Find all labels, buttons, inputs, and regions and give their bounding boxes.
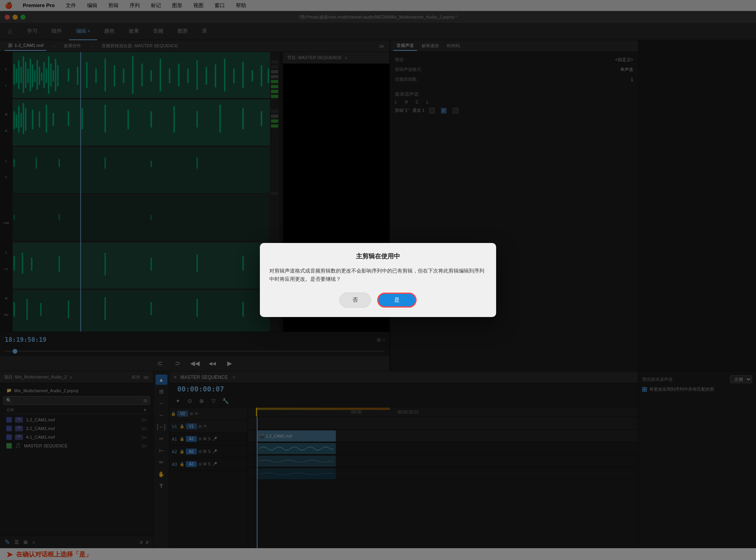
dialog-confirm-button[interactable]: 是 (377, 293, 417, 308)
dialog-box: 主剪辑在使用中 对剪辑声道格式或音频剪辑数的更改不会影响序列中的已有剪辑，但在下… (260, 243, 496, 317)
dialog-title: 主剪辑在使用中 (269, 252, 487, 261)
dialog-overlay: 主剪辑在使用中 对剪辑声道格式或音频剪辑数的更改不会影响序列中的已有剪辑，但在下… (0, 0, 756, 560)
dialog-buttons: 否 是 (269, 293, 487, 308)
dialog-cancel-button[interactable]: 否 (339, 293, 371, 308)
dialog-message: 对剪辑声道格式或音频剪辑数的更改不会影响序列中的已有剪辑，但在下次将此剪辑编辑到… (269, 267, 487, 284)
